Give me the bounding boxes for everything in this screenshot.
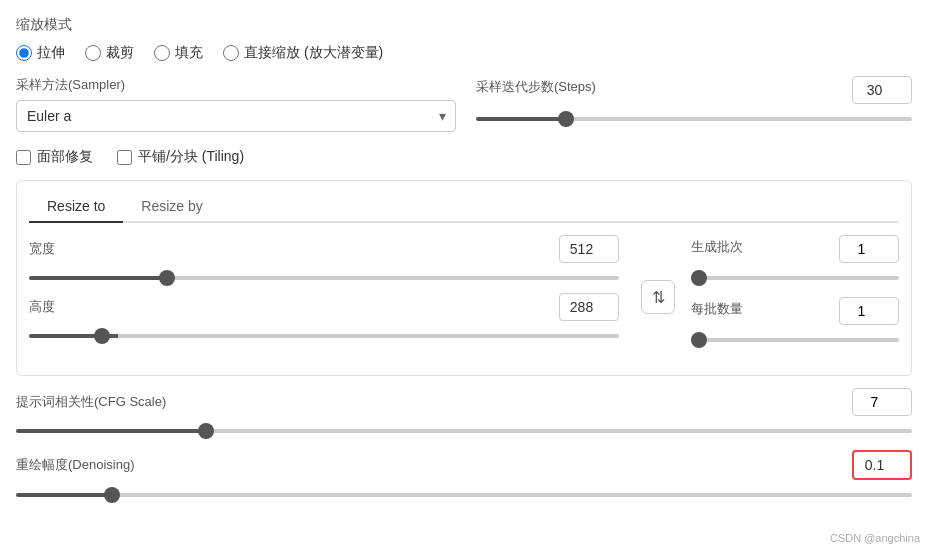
denoising-section: 重绘幅度(Denoising) [16, 450, 912, 500]
batch-size-field: 每批数量 [691, 297, 899, 345]
scale-mode-section: 缩放模式 拉伸 裁剪 填充 直接缩放 (放大潜变量) [16, 16, 912, 62]
tab-resize-to[interactable]: Resize to [29, 191, 123, 223]
checkbox-row: 面部修复 平铺/分块 (Tiling) [16, 148, 912, 166]
sampler-label: 采样方法(Sampler) [16, 76, 456, 94]
tab-resize-by[interactable]: Resize by [123, 191, 220, 223]
tiling-label[interactable]: 平铺/分块 (Tiling) [117, 148, 244, 166]
scale-stretch-label: 拉伸 [37, 44, 65, 62]
height-row-wrapper: 高度 [29, 293, 619, 341]
batch-count-label: 生成批次 [691, 238, 743, 256]
steps-slider[interactable] [476, 117, 912, 121]
denoising-input[interactable] [852, 450, 912, 480]
scale-mode-title: 缩放模式 [16, 16, 912, 34]
swap-button-wrapper: ⇅ [635, 235, 675, 359]
face-restore-checkbox[interactable] [16, 150, 31, 165]
scale-stretch-radio[interactable] [16, 45, 32, 61]
denoising-slider[interactable] [16, 493, 912, 497]
scale-fill-label: 填充 [175, 44, 203, 62]
resize-dimensions-section: 宽度 高度 ⇅ [29, 235, 899, 359]
scale-fill-option[interactable]: 填充 [154, 44, 203, 62]
steps-input[interactable]: 30 [852, 76, 912, 104]
scale-stretch-option[interactable]: 拉伸 [16, 44, 65, 62]
scale-crop-radio[interactable] [85, 45, 101, 61]
sampler-select[interactable]: Euler a Euler LMS Heun DPM2 DPM++ 2M [16, 100, 456, 132]
cfg-slider[interactable] [16, 429, 912, 433]
tiling-checkbox[interactable] [117, 150, 132, 165]
cfg-section: 提示词相关性(CFG Scale) [16, 388, 912, 436]
swap-dimensions-button[interactable]: ⇅ [641, 280, 675, 314]
steps-column: 采样迭代步数(Steps) 30 [476, 76, 912, 124]
width-slider[interactable] [29, 276, 619, 280]
batch-size-label: 每批数量 [691, 300, 743, 318]
width-label: 宽度 [29, 240, 57, 258]
denoising-label: 重绘幅度(Denoising) [16, 456, 134, 474]
scale-fill-radio[interactable] [154, 45, 170, 61]
scale-crop-label: 裁剪 [106, 44, 134, 62]
sampler-steps-row: 采样方法(Sampler) Euler a Euler LMS Heun DPM… [16, 76, 912, 132]
watermark: CSDN @angchina [830, 532, 920, 544]
cfg-label: 提示词相关性(CFG Scale) [16, 393, 166, 411]
height-input[interactable] [559, 293, 619, 321]
width-input[interactable] [559, 235, 619, 263]
resize-area: Resize to Resize by 宽度 高度 [16, 180, 912, 376]
steps-label-row: 采样迭代步数(Steps) 30 [476, 76, 912, 104]
scale-mode-options: 拉伸 裁剪 填充 直接缩放 (放大潜变量) [16, 44, 912, 62]
height-label: 高度 [29, 298, 57, 316]
scale-direct-label: 直接缩放 (放大潜变量) [244, 44, 383, 62]
batch-size-slider[interactable] [691, 338, 899, 342]
face-restore-text: 面部修复 [37, 148, 93, 166]
scale-direct-radio[interactable] [223, 45, 239, 61]
resize-tabs: Resize to Resize by [29, 191, 899, 223]
scale-direct-option[interactable]: 直接缩放 (放大潜变量) [223, 44, 383, 62]
dimensions-left: 宽度 高度 [29, 235, 619, 359]
height-slider[interactable] [29, 334, 619, 338]
sampler-column: 采样方法(Sampler) Euler a Euler LMS Heun DPM… [16, 76, 456, 132]
tiling-text: 平铺/分块 (Tiling) [138, 148, 244, 166]
batch-count-field: 生成批次 [691, 235, 899, 283]
batch-size-input[interactable] [839, 297, 899, 325]
steps-label: 采样迭代步数(Steps) [476, 78, 596, 96]
cfg-input[interactable] [852, 388, 912, 416]
batch-count-slider[interactable] [691, 276, 899, 280]
sampler-select-wrapper: Euler a Euler LMS Heun DPM2 DPM++ 2M ▾ [16, 100, 456, 132]
scale-crop-option[interactable]: 裁剪 [85, 44, 134, 62]
width-row-wrapper: 宽度 [29, 235, 619, 283]
batch-count-input[interactable] [839, 235, 899, 263]
face-restore-label[interactable]: 面部修复 [16, 148, 93, 166]
batch-section: 生成批次 每批数量 [691, 235, 899, 359]
